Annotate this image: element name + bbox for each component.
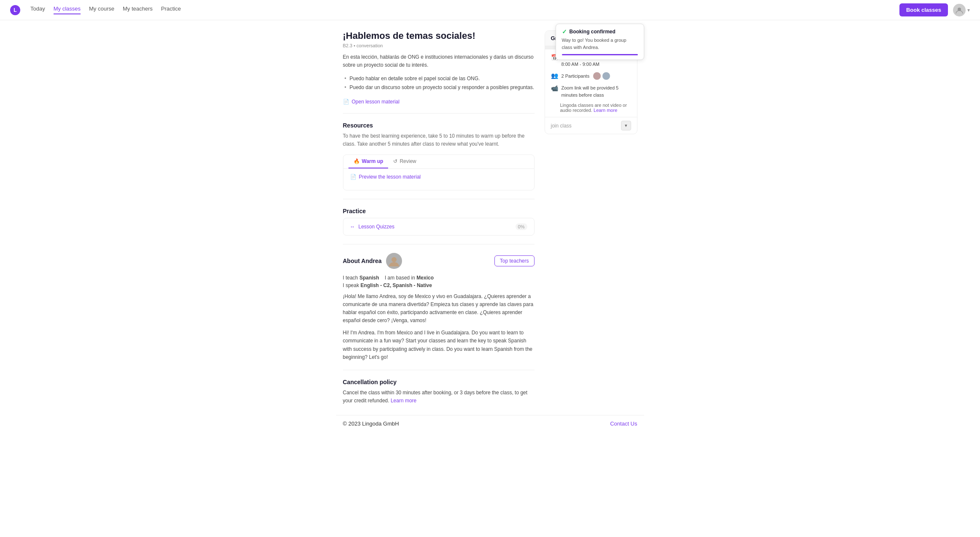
join-class-dropdown[interactable]: ▾ [621,121,631,130]
lesson-goals: Puedo hablar en detalle sobre el papel s… [343,74,535,92]
toast-title: Booking confirmed [570,29,616,35]
teacher-speak-info: I speak English - C2, Spanish - Native [343,282,535,288]
footer-contact-link[interactable]: Contact Us [610,420,637,427]
lesson-title: ¡Hablemos de temas sociales! [343,30,535,41]
tab-warm-up[interactable]: 🔥 Warm up [348,155,389,168]
about-andrea-header: About Andrea Top teachers [343,253,535,269]
nav-today[interactable]: Today [30,5,45,14]
footer-copyright: © 2023 Lingoda GmbH [343,420,399,427]
lesson-quizzes-box[interactable]: ↔ Lesson Quizzes 0% [343,218,535,236]
quizzes-progress-badge: 0% [516,223,527,230]
user-avatar-menu[interactable]: ▾ [953,4,970,16]
quizzes-label: Lesson Quizzes [359,224,394,230]
file-icon-2: 📄 [350,174,356,180]
main-content: ¡Hablemos de temas sociales! B2.3 • conv… [343,30,535,405]
teacher-avatar [386,253,402,269]
toast-body: Way to go! You booked a group class with… [562,37,638,51]
chevron-down-icon-2: ▾ [625,123,627,128]
booking-toast: ✓ Booking confirmed Way to go! You booke… [556,24,644,60]
resources-desc: To have the best learning experience, ta… [343,132,535,148]
book-classes-button[interactable]: Book classes [899,3,948,16]
practice-section-title: Practice [343,208,535,214]
fire-icon: 🔥 [354,158,360,164]
top-teachers-button[interactable]: Top teachers [494,255,535,266]
navbar-left: L Today My classes My course My teachers… [10,5,181,15]
participant-avatar-2 [602,72,610,80]
zoom-learn-more-link[interactable]: Learn more [594,108,617,113]
cancellation-desc: Cancel the class within 30 minutes after… [343,389,535,405]
teacher-bio-en: Hi! I'm Andrea. I'm from Mexico and I li… [343,329,535,361]
footer: © 2023 Lingoda GmbH Contact Us [336,415,644,432]
nav-my-course[interactable]: My course [89,5,114,14]
lesson-description: En esta lección, hablarás de ONG e insti… [343,53,535,69]
lesson-goal-2: Puedo dar un discurso sobre un proyecto … [346,83,535,92]
toast-progress-bar [562,54,638,55]
participant-avatar-1 [593,72,601,80]
preview-lesson-material-link[interactable]: 📄 Preview the lesson material [350,171,421,183]
nav-practice[interactable]: Practice [161,5,181,14]
lesson-meta: B2.3 • conversation [343,43,535,48]
nav-my-teachers[interactable]: My teachers [123,5,153,14]
side-panel: Group class 📅 Thursday, 16 February 2023… [545,30,637,405]
teacher-teach-info: I teach Spanish I am based in Mexico [343,275,535,281]
chevron-down-icon: ▾ [967,7,970,13]
tab-review[interactable]: ↺ Review [388,155,421,168]
resources-section-title: Resources [343,122,535,129]
resources-card: 🔥 Warm up ↺ Review 📄 Preview the lesson … [343,155,535,190]
participants-count: 2 Participants [562,73,590,80]
users-icon: 👥 [551,72,558,79]
navbar-right: Book classes ▾ [899,3,970,16]
avatar [953,4,966,16]
class-zoom-row: 📹 Zoom link will be provided 5 minutes b… [551,84,631,98]
logo-icon: L [10,5,20,15]
arrows-icon: ↔ [350,224,355,230]
join-class-row: join class ▾ [545,117,637,134]
teacher-bio-es: ¡Hola! Me llamo Andrea, soy de Mexico y … [343,293,535,325]
join-class-button[interactable]: join class [551,123,621,129]
resources-tab-content: 📄 Preview the lesson material [343,169,534,187]
class-participants-row: 👥 2 Participants [551,72,631,80]
navbar: L Today My classes My course My teachers… [0,0,980,20]
svg-point-1 [391,257,397,262]
zoom-label: Zoom link will be provided 5 minutes bef… [562,84,631,98]
rotate-icon: ↺ [393,158,397,164]
zoom-note: Lingoda classes are not video or audio r… [560,103,631,113]
resources-tab-bar: 🔥 Warm up ↺ Review [343,155,534,169]
video-icon: 📹 [551,85,558,92]
about-section-title: About Andrea [343,258,382,264]
open-lesson-material-link[interactable]: 📄 Open lesson material [343,99,400,105]
nav-my-classes[interactable]: My classes [54,5,81,14]
nav-links: Today My classes My course My teachers P… [30,5,181,14]
check-circle-icon: ✓ [562,28,567,35]
class-time: 8:00 AM - 9:00 AM [562,61,620,68]
participants-avatars [593,72,610,80]
lesson-goal-1: Puedo hablar en detalle sobre el papel s… [346,74,535,83]
file-icon: 📄 [343,99,349,105]
cancellation-section-title: Cancellation policy [343,379,535,385]
cancellation-learn-more-link[interactable]: Learn more [391,398,416,404]
